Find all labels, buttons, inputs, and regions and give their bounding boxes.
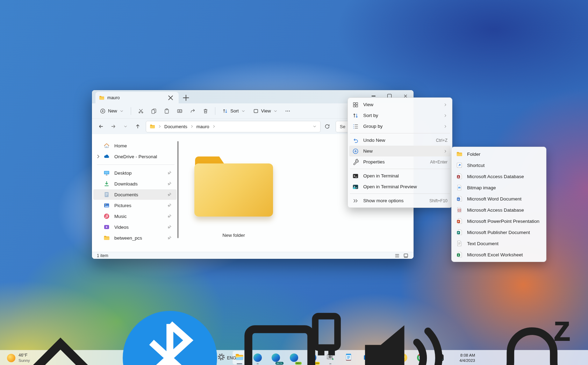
- context-menu-item-open-in-terminal[interactable]: Open in Terminal: [349, 170, 451, 181]
- hidden-icons-button[interactable]: [8, 306, 113, 365]
- notification-bell-icon[interactable]: z: [480, 306, 585, 365]
- context-menu-item-new[interactable]: New: [349, 146, 451, 156]
- explorer-tab-mauro[interactable]: mauro: [95, 92, 179, 103]
- chevron-down-icon: [123, 124, 128, 129]
- file-item-new-folder[interactable]: New folder: [194, 156, 273, 240]
- view-button[interactable]: View: [250, 105, 281, 117]
- submenu-item-microsoft-excel-worksheet[interactable]: XMicrosoft Excel Worksheet: [453, 249, 545, 260]
- context-menu-item-open-in-terminal-preview[interactable]: Open in Terminal Preview: [349, 181, 451, 192]
- context-menu-item-sort-by[interactable]: Sort by: [349, 110, 451, 121]
- expander-spacer: [95, 235, 101, 241]
- new-button[interactable]: New: [97, 105, 127, 117]
- paste-icon: [164, 108, 170, 114]
- see-more-button[interactable]: [282, 105, 294, 117]
- folder-icon: [99, 95, 105, 101]
- chevron-right-icon: [443, 103, 447, 107]
- show-more-icon: [352, 198, 359, 204]
- share-button[interactable]: [187, 105, 198, 117]
- svg-text:W: W: [457, 198, 460, 200]
- documents-icon: [103, 191, 110, 198]
- folder-icon: [103, 235, 110, 241]
- expander-spacer: [95, 224, 101, 230]
- cut-button[interactable]: [135, 105, 146, 117]
- new-tab-button[interactable]: [181, 93, 191, 102]
- menu-item-label: Folder: [467, 152, 542, 157]
- submenu-item-folder[interactable]: Folder: [453, 148, 545, 160]
- sidebar-item-pictures[interactable]: Pictures: [93, 200, 177, 211]
- sidebar-item-downloads[interactable]: Downloads: [93, 178, 177, 189]
- chevron-right-icon: [443, 114, 447, 118]
- rename-button[interactable]: [174, 105, 185, 117]
- sidebar-item-label: between_pcs: [114, 235, 165, 241]
- expand-chevron-icon[interactable]: [95, 154, 101, 159]
- menu-item-label: Shortcut: [467, 163, 542, 168]
- sidebar-item-documents[interactable]: Documents: [93, 189, 177, 200]
- rename-icon: [177, 108, 182, 114]
- excel-icon: X: [456, 251, 462, 258]
- arrow-right-icon: [110, 124, 116, 129]
- sidebar-item-home[interactable]: Home: [93, 140, 177, 151]
- context-menu-item-group-by[interactable]: Group by: [349, 121, 451, 132]
- sidebar-item-onedrive-personal[interactable]: OneDrive - Personal: [93, 151, 177, 162]
- submenu-item-microsoft-access-database[interactable]: AMicrosoft Access Database: [453, 171, 545, 182]
- context-menu-item-properties[interactable]: PropertiesAlt+Enter: [349, 156, 451, 167]
- copy-button[interactable]: [148, 105, 159, 117]
- sidebar-item-music[interactable]: Music: [93, 211, 177, 221]
- folder-icon: [456, 151, 462, 157]
- pictures-icon: [103, 202, 110, 209]
- breadcrumb-chevron-icon: [212, 124, 216, 129]
- context-menu-item-undo-new[interactable]: Undo NewCtrl+Z: [349, 135, 451, 146]
- arrow-up-icon: [135, 124, 141, 129]
- menu-item-label: Microsoft Access Database: [467, 207, 542, 213]
- details-view-button[interactable]: [394, 253, 400, 258]
- tab-close-icon[interactable]: [166, 93, 175, 102]
- sort-button[interactable]: Sort: [219, 105, 249, 117]
- submenu-item-microsoft-access-database[interactable]: AMicrosoft Access Database: [453, 204, 545, 216]
- breadcrumb-item-documents[interactable]: Documents: [164, 124, 187, 129]
- back-button[interactable]: [95, 121, 107, 132]
- trash-icon: [203, 108, 208, 114]
- context-menu-item-view[interactable]: View: [349, 99, 451, 110]
- chevron-down-icon: [241, 109, 245, 113]
- submenu-item-microsoft-publisher-document[interactable]: PMicrosoft Publisher Document: [453, 227, 545, 238]
- submenu-item-shortcut[interactable]: Shortcut: [453, 160, 545, 171]
- context-menu-item-show-more-options[interactable]: Show more optionsShift+F10: [349, 195, 451, 206]
- shortcut-icon: [456, 162, 462, 168]
- address-dropdown-icon[interactable]: [313, 124, 317, 129]
- paste-button[interactable]: [161, 105, 172, 117]
- submenu-item-microsoft-word-document[interactable]: WMicrosoft Word Document: [453, 193, 545, 204]
- pin-icon: [167, 225, 172, 229]
- address-bar[interactable]: Documentsmauro: [146, 121, 321, 132]
- music-icon: [103, 213, 110, 219]
- large-icons-view-button[interactable]: [403, 253, 409, 258]
- up-button[interactable]: [132, 121, 143, 132]
- submenu-item-bitmap-image[interactable]: Bitmap image: [453, 182, 545, 193]
- breadcrumb-item-mauro[interactable]: mauro: [196, 124, 209, 129]
- submenu-item-text-document[interactable]: Text Document: [453, 238, 545, 249]
- pin-icon: [167, 235, 172, 240]
- pin-icon: [167, 170, 172, 175]
- sidebar-item-videos[interactable]: Videos: [93, 222, 177, 232]
- menu-item-label: Microsoft Access Database: [467, 174, 542, 179]
- network-icon[interactable]: [241, 306, 345, 365]
- delete-button[interactable]: [200, 105, 211, 117]
- volume-icon[interactable]: [350, 306, 455, 365]
- pin-icon: [167, 192, 172, 197]
- menu-item-label: Microsoft Word Document: [467, 196, 542, 202]
- submenu-item-microsoft-powerpoint-presentation[interactable]: PMicrosoft PowerPoint Presentation: [453, 216, 545, 227]
- sidebar-scrollbar[interactable]: [177, 141, 179, 238]
- sidebar-item-label: Pictures: [114, 203, 165, 208]
- menu-item-label: Properties: [363, 159, 422, 165]
- clock[interactable]: 8:08 AM 4/4/2023: [459, 353, 475, 363]
- bluetooth-icon[interactable]: [117, 306, 222, 365]
- expander-spacer: [95, 203, 101, 208]
- language-indicator[interactable]: ENG: [227, 356, 236, 360]
- powerpoint-icon: P: [456, 218, 462, 224]
- refresh-button[interactable]: [322, 121, 333, 132]
- plus-circle-icon: [100, 108, 106, 114]
- forward-button[interactable]: [108, 121, 119, 132]
- sidebar-item-desktop[interactable]: Desktop: [93, 168, 177, 178]
- recent-locations-button[interactable]: [120, 121, 131, 132]
- navigation-pane: HomeOneDrive - PersonalDesktopDownloadsD…: [92, 134, 179, 252]
- sidebar-item-between-pcs[interactable]: between_pcs: [93, 233, 177, 243]
